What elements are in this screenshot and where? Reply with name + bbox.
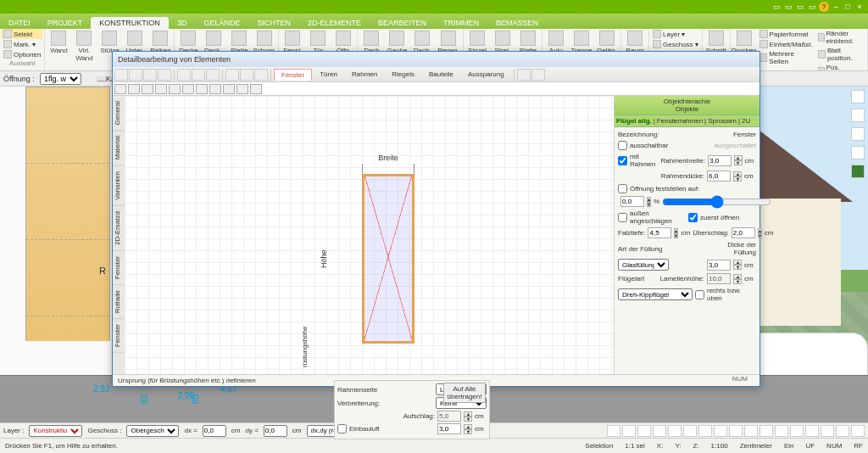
titlebar-icon[interactable]: ▭ [795, 2, 805, 12]
tab-bearbeiten[interactable]: BEARBEITEN [370, 17, 435, 29]
titlebar-icon[interactable]: ▭ [783, 2, 793, 12]
blatt-button[interactable]: Blatt position. [816, 46, 865, 63]
maximize-icon[interactable]: □ [843, 2, 853, 12]
view-tool-icon[interactable] [851, 109, 865, 122]
tb-icon[interactable] [254, 69, 268, 81]
sb-icon[interactable] [698, 425, 712, 437]
mitrahmen-check[interactable] [618, 156, 627, 165]
tb-icon[interactable] [177, 69, 191, 81]
shape-icon[interactable] [209, 84, 221, 94]
tab-projekt[interactable]: PROJEKT [39, 17, 92, 29]
falztiefe-input[interactable] [648, 227, 671, 238]
mehrere-button[interactable]: Mehrere Seiten [758, 49, 815, 66]
titlebar-icon[interactable]: ▭ [771, 2, 782, 12]
vtab[interactable]: 2D-Ersatzd [113, 206, 125, 251]
rechts-check[interactable] [695, 290, 704, 299]
tb-icon[interactable] [158, 69, 171, 81]
layer-dropdown[interactable]: Layer▾ [651, 29, 700, 39]
sb-icon[interactable] [760, 425, 773, 437]
subtab[interactable]: Flügel allg. [616, 117, 652, 125]
titlebar-icon[interactable]: ▭ [807, 2, 817, 12]
off-input[interactable] [620, 196, 644, 207]
aussen-check[interactable] [618, 213, 627, 222]
view-tool-icon[interactable] [851, 90, 865, 103]
oeffnung-select[interactable]: 1flg. w [40, 73, 81, 85]
tb-icon[interactable] [517, 69, 531, 81]
vtab[interactable]: Varianten [113, 166, 125, 206]
shape-icon[interactable] [128, 84, 140, 94]
off-slider[interactable] [662, 198, 771, 206]
sb-icon[interactable] [683, 425, 697, 437]
dlg-tab-bauteile[interactable]: Bauteile [422, 69, 460, 80]
view-tool-icon[interactable] [851, 146, 865, 159]
sb-icon[interactable] [653, 425, 666, 437]
tab-datei[interactable]: DATEI [0, 17, 39, 29]
sb-icon[interactable] [637, 425, 651, 437]
sb-icon[interactable] [622, 425, 636, 437]
dlg-tab-riegels[interactable]: Riegels [385, 69, 421, 80]
shape-icon[interactable] [250, 84, 262, 94]
sb-icon[interactable] [607, 425, 620, 437]
oeffnung-check[interactable] [618, 184, 627, 193]
shape-icon[interactable] [169, 84, 181, 94]
sb-icon[interactable] [729, 425, 743, 437]
tb-icon[interactable] [114, 69, 128, 81]
papierformat-button[interactable]: Papierformat [758, 29, 815, 39]
subtab[interactable]: 2U [742, 117, 750, 125]
tab-bemassen[interactable]: BEMASSEN [487, 17, 547, 29]
zuerst-check[interactable] [688, 213, 698, 222]
sb-icon[interactable] [714, 425, 727, 437]
sb-icon[interactable] [775, 425, 788, 437]
mark-button[interactable]: Mark.▾ [2, 39, 42, 49]
tb-icon[interactable] [192, 69, 205, 81]
help-icon[interactable]: ? [819, 2, 829, 12]
flugelart-select[interactable]: Dreh-Kippflügel [618, 288, 693, 300]
dy-input[interactable] [264, 425, 287, 437]
raender-button[interactable]: Ränder einblend. [816, 29, 865, 46]
tab-trimmen[interactable]: TRIMMEN [435, 17, 487, 29]
selekt-button[interactable]: Selekt [2, 29, 42, 39]
tab-2d[interactable]: 2D-ELEMENTE [299, 17, 370, 29]
tab-3d[interactable]: 3D [169, 17, 196, 29]
shape-icon[interactable] [114, 84, 126, 94]
sb-icon[interactable] [821, 425, 834, 437]
einheit-button[interactable]: Einheit/Maßst. [758, 39, 815, 49]
artfull-select[interactable]: Glasfüllung [618, 259, 669, 271]
dickefull-input[interactable] [707, 260, 731, 271]
einbauluft-check[interactable] [337, 424, 347, 433]
dlg-tab-tueren[interactable]: Türen [313, 69, 344, 80]
tb-icon[interactable] [531, 69, 545, 81]
tb-icon[interactable] [240, 69, 253, 81]
tb-icon[interactable] [129, 69, 142, 81]
tb-icon[interactable] [143, 69, 157, 81]
pos-button[interactable]: Pos. zurücksetz. [816, 63, 865, 71]
subtab[interactable]: Sprossen [708, 117, 737, 125]
shape-icon[interactable] [196, 84, 208, 94]
vtab[interactable]: General [113, 96, 125, 131]
dialog-canvas[interactable]: Breite Höhe rüstungshöhe [125, 96, 614, 374]
dlg-tab-fenster[interactable]: Fenster [274, 69, 312, 81]
floor-plan-strip[interactable]: R [25, 87, 110, 341]
vtab[interactable]: Rollade [113, 285, 125, 319]
layer-select[interactable]: Konstruktio [29, 425, 82, 437]
tab-konstruktion[interactable]: KONSTRUKTION [91, 17, 169, 29]
sb-icon[interactable] [668, 425, 682, 437]
ausschaltbar-check[interactable] [618, 141, 627, 150]
vtab[interactable]: Fenster [113, 251, 125, 285]
sb-icon[interactable] [836, 425, 849, 437]
vtab[interactable]: Fenster [113, 319, 125, 353]
sb-icon[interactable] [790, 425, 804, 437]
vtab[interactable]: Material [113, 131, 125, 165]
window-drawing[interactable] [362, 174, 415, 344]
dlg-tab-aussparung[interactable]: Aussparung [461, 69, 511, 80]
tree-icon[interactable] [851, 165, 865, 178]
rahmenbreite-input[interactable] [708, 155, 732, 166]
view-tool-icon[interactable] [851, 127, 865, 141]
tb-icon[interactable] [225, 69, 239, 81]
rahmendicke-input[interactable] [707, 171, 731, 182]
sb-icon[interactable] [744, 425, 758, 437]
dx-input[interactable] [203, 425, 226, 437]
tab-gelaende[interactable]: GELÄNDE [195, 17, 248, 29]
geschoss-dropdown[interactable]: Geschoss▾ [651, 39, 700, 49]
sb-icon[interactable] [851, 425, 865, 437]
